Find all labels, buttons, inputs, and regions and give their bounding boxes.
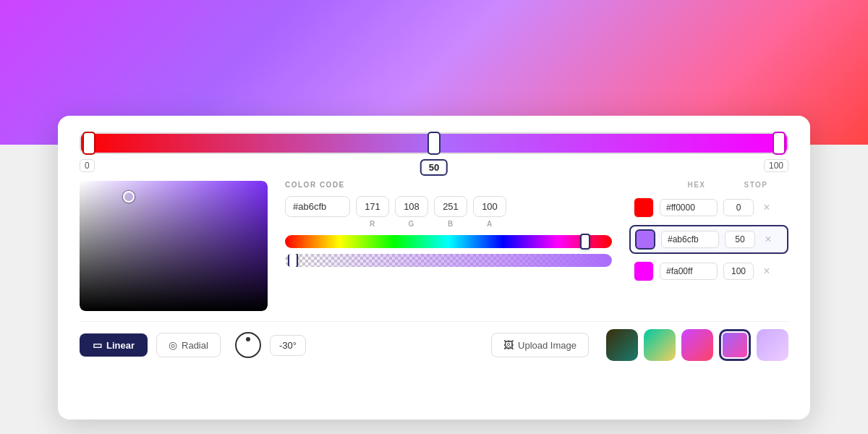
content-area: COLOR CODE R G B A <box>80 181 788 311</box>
stop-list-section: HEX STOP × × <box>629 181 788 311</box>
alpha-handle[interactable] <box>288 254 298 267</box>
linear-button[interactable]: ▭ Linear <box>80 333 148 357</box>
gradient-slider-section: 0 50 100 <box>80 130 788 172</box>
color-picker-canvas[interactable] <box>80 181 268 311</box>
color-code-section: COLOR CODE R G B A <box>285 181 612 311</box>
preset-swatch-3[interactable] <box>719 329 751 361</box>
hex-rgb-row <box>285 196 612 217</box>
hue-handle[interactable] <box>580 234 590 250</box>
upload-icon: 🖼 <box>503 339 514 351</box>
stop-swatch-1[interactable] <box>635 229 655 250</box>
color-picker-gradient <box>80 181 268 311</box>
color-picker-handle[interactable] <box>123 191 135 203</box>
a-input[interactable] <box>473 196 506 217</box>
gradient-stop-left[interactable] <box>82 132 95 155</box>
g-label: G <box>395 220 428 228</box>
stop-swatch-2[interactable] <box>634 261 654 281</box>
stop-label-100: 100 <box>764 159 788 172</box>
stop-hex-0[interactable] <box>660 199 718 216</box>
gradient-stop-right[interactable] <box>773 132 786 155</box>
stop-labels-row: 0 50 100 <box>80 159 788 172</box>
gradient-track-wrapper[interactable] <box>80 130 788 156</box>
stop-row-1[interactable]: × <box>629 225 788 254</box>
g-input[interactable] <box>395 196 428 217</box>
stop-row-2[interactable]: × <box>629 258 788 284</box>
stop-swatch-0[interactable] <box>634 197 654 218</box>
angle-display[interactable]: -30° <box>270 335 306 356</box>
stop-list-header: HEX STOP <box>629 181 788 189</box>
color-code-label: COLOR CODE <box>285 181 612 189</box>
preset-swatch-0[interactable] <box>606 329 638 361</box>
upload-button[interactable]: 🖼 Upload Image <box>491 333 589 357</box>
gradient-track[interactable] <box>80 132 788 154</box>
gradient-stop-mid[interactable] <box>427 132 441 155</box>
linear-icon: ▭ <box>93 339 102 351</box>
radial-button[interactable]: ◎ Radial <box>156 333 221 357</box>
stop-hex-1[interactable] <box>661 231 719 248</box>
preset-swatches <box>606 329 788 361</box>
header-spacer <box>632 181 652 189</box>
stop-delete-1[interactable]: × <box>761 232 775 247</box>
alpha-slider-track[interactable] <box>285 254 612 267</box>
radial-icon: ◎ <box>169 339 177 351</box>
stop-hex-2[interactable] <box>660 263 718 280</box>
stop-delete-0[interactable]: × <box>760 200 774 215</box>
preset-swatch-1[interactable] <box>644 329 676 361</box>
header-hex: HEX <box>652 181 741 189</box>
preset-swatch-2[interactable] <box>681 329 713 361</box>
bottom-toolbar: ▭ Linear ◎ Radial -30° 🖼 Upload Image <box>80 321 788 361</box>
main-panel: 0 50 100 COLOR CODE R G <box>58 116 810 420</box>
stop-label-50: 50 <box>420 159 448 176</box>
hex-input[interactable] <box>285 196 350 217</box>
header-delete <box>771 181 786 189</box>
a-label: A <box>473 220 506 228</box>
hue-slider-track[interactable] <box>285 235 612 248</box>
b-label: B <box>434 220 467 228</box>
preset-swatch-4[interactable] <box>757 329 788 361</box>
linear-label: Linear <box>106 340 135 351</box>
stop-label-0: 0 <box>80 159 95 172</box>
angle-circle[interactable] <box>235 332 261 358</box>
stop-number-0[interactable] <box>723 199 754 216</box>
b-input[interactable] <box>434 196 467 217</box>
header-stop: STOP <box>741 181 771 189</box>
stop-number-1[interactable] <box>725 231 755 248</box>
radial-label: Radial <box>182 340 208 351</box>
stop-row-0[interactable]: × <box>629 195 788 221</box>
upload-label: Upload Image <box>518 340 576 351</box>
r-label: R <box>356 220 389 228</box>
stop-number-2[interactable] <box>723 263 754 280</box>
stop-delete-2[interactable]: × <box>760 264 774 278</box>
rgb-labels-row: R G B A <box>285 220 612 228</box>
alpha-gradient-overlay <box>285 254 612 267</box>
angle-dot <box>246 337 250 341</box>
r-input[interactable] <box>356 196 389 217</box>
